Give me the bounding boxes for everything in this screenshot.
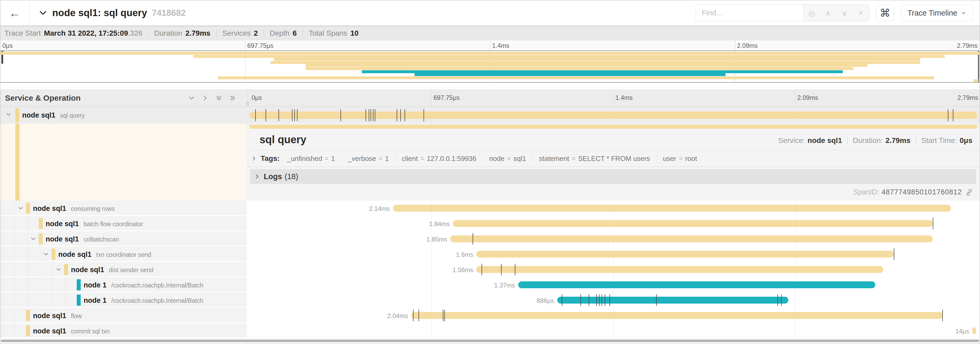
span-tree-item[interactable]: node sql1dist sender send xyxy=(0,262,247,277)
tags-list: _unfinished=1_verbose=1client=127.0.0.1:… xyxy=(287,154,697,163)
row-chevron-down-icon[interactable] xyxy=(18,205,24,211)
trace-start-fraction: .326 xyxy=(128,29,143,37)
tag-equals: = xyxy=(325,155,329,162)
span-bar[interactable] xyxy=(972,327,976,334)
minimap-span-band xyxy=(362,70,843,73)
span-row-timeline[interactable]: 2.14ms xyxy=(247,200,980,216)
log-tick-mark xyxy=(589,294,589,306)
tags-label: Tags: xyxy=(261,154,280,163)
ruler-tick-label: 697.75μs xyxy=(247,42,274,50)
tags-accordion[interactable]: Tags: _unfinished=1_verbose=1client=127.… xyxy=(247,150,980,167)
tag-key: user xyxy=(663,155,676,163)
column-resizer-handle[interactable] xyxy=(247,101,248,106)
log-tick-mark xyxy=(515,264,515,275)
span-row-timeline[interactable]: 1.6ms xyxy=(247,246,980,262)
service-color-accent xyxy=(26,203,30,214)
span-bar[interactable] xyxy=(453,220,933,227)
tag-value: 127.0.0.1:59936 xyxy=(427,155,476,163)
trace-start-value: March 31 2022, 17:25:09.326 xyxy=(44,29,142,37)
log-tick-mark xyxy=(292,109,293,121)
span-tree-item[interactable]: node 1/cockroach.roachpb.Internal/Batch xyxy=(0,293,247,308)
span-row-timeline[interactable]: 1.56ms xyxy=(247,262,980,277)
span-row-timeline[interactable]: 1.37ms xyxy=(247,277,980,293)
detail-span-bar[interactable] xyxy=(250,125,977,129)
span-tree-item[interactable]: node sql1flow xyxy=(0,308,247,323)
tag-item: _verbose=1 xyxy=(348,155,389,163)
tag-item: user=root xyxy=(663,155,697,163)
span-row-timeline[interactable] xyxy=(247,107,980,124)
view-selector-button[interactable]: Trace Timeline xyxy=(901,5,973,21)
span-bar[interactable] xyxy=(393,205,951,212)
span-bar[interactable] xyxy=(476,251,894,258)
row-chevron-down-icon[interactable] xyxy=(30,236,36,242)
span-tree-item[interactable]: node sql1batch flow coordinator xyxy=(0,216,247,231)
span-id-value: 4877749850101760812 xyxy=(881,188,962,196)
find-next-icon[interactable]: ∨ xyxy=(836,5,853,21)
depth-value: 6 xyxy=(293,29,297,37)
find-match-icon[interactable]: ◎ xyxy=(803,5,820,21)
minimap-canvas[interactable] xyxy=(0,50,980,83)
span-row-timeline[interactable]: 2.04ms xyxy=(247,308,980,323)
log-tick-mark xyxy=(404,109,405,121)
collapse-one-icon[interactable] xyxy=(188,94,195,101)
span-tree-item[interactable]: node sql1sql query xyxy=(0,107,247,124)
timeline-gridline xyxy=(795,293,795,308)
span-bar[interactable] xyxy=(250,112,977,119)
timeline-header-row: Service & Operation 0μs697.75μs1.4ms2.09… xyxy=(0,89,980,107)
span-tree-item[interactable]: node sql1consuming rows xyxy=(0,200,247,216)
minimap-span-band xyxy=(274,58,920,61)
span-bar[interactable] xyxy=(557,297,788,304)
span-row-timeline[interactable]: 14μs xyxy=(247,323,980,338)
expand-all-icon[interactable] xyxy=(229,94,236,101)
row-chevron-down-icon[interactable] xyxy=(43,251,49,257)
tag-value: sql1 xyxy=(514,155,526,163)
span-bar[interactable] xyxy=(518,282,875,288)
span-row-timeline[interactable]: 886μs xyxy=(247,293,980,308)
expand-one-icon[interactable] xyxy=(202,94,208,101)
header-divider xyxy=(29,0,30,26)
horizontal-scrollbar[interactable] xyxy=(1,339,979,342)
log-tick-mark xyxy=(953,109,953,121)
trace-info-bar: Trace Start March 31 2022, 17:25:09.326 … xyxy=(0,26,980,40)
operation-name: batch flow coordinator xyxy=(84,221,143,227)
span-tree-item[interactable]: node 1/cockroach.roachpb.Internal/Batch xyxy=(0,277,247,293)
operation-name: dist sender send xyxy=(109,267,153,274)
span-row-timeline[interactable]: 1.85ms xyxy=(247,231,980,246)
minimap-span-band xyxy=(0,52,980,55)
span-detail-left-gutter xyxy=(0,124,247,200)
find-prev-icon[interactable]: ∧ xyxy=(820,5,836,21)
span-bar[interactable] xyxy=(411,312,943,319)
logs-label: Logs xyxy=(264,172,282,181)
tag-key: _unfinished xyxy=(287,155,322,163)
deep-link-icon[interactable] xyxy=(966,189,973,196)
span-row-timeline[interactable]: 1.84ms xyxy=(247,216,980,231)
row-chevron-down-icon[interactable] xyxy=(6,112,11,117)
span-tree-item[interactable]: node sql1commit sql txn xyxy=(0,323,247,338)
back-arrow-icon: ← xyxy=(9,6,21,19)
log-tick-mark xyxy=(596,294,597,306)
log-tick-mark xyxy=(418,310,419,321)
find-input[interactable] xyxy=(696,5,803,21)
row-chevron-down-icon[interactable] xyxy=(56,267,62,272)
header: ← node sql1: sql query 7418682 ◎ ∧ ∨ × ⌘… xyxy=(0,0,980,26)
logs-accordion[interactable]: Logs (18) xyxy=(250,169,976,184)
find-clear-icon[interactable]: × xyxy=(853,5,869,21)
collapse-all-icon[interactable] xyxy=(215,94,222,101)
span-tree-item[interactable]: node sql1colbatchscan xyxy=(0,231,247,246)
trace-collapse-chevron-icon[interactable] xyxy=(38,8,48,18)
tree-guide-line xyxy=(27,246,27,261)
keyboard-shortcuts-button[interactable]: ⌘ xyxy=(876,5,894,21)
tree-guide-line xyxy=(52,293,53,307)
span-tree-item[interactable]: node sql1txn coordinator send xyxy=(0,246,247,262)
minimap-right-scrubber-handle[interactable] xyxy=(978,51,979,82)
detail-span-meta: Service: node sql1 Duration: 2.79ms Star… xyxy=(778,136,972,145)
log-tick-mark xyxy=(278,109,279,121)
span-bar[interactable] xyxy=(450,235,932,242)
service-color-accent xyxy=(26,325,30,336)
back-button[interactable]: ← xyxy=(0,0,29,26)
tree-guide-line xyxy=(14,308,15,322)
view-selector-label: Trace Timeline xyxy=(907,9,957,18)
tree-guide-line xyxy=(27,216,27,230)
span-bar[interactable] xyxy=(476,266,883,273)
ruler-tick-label: 697.75μs xyxy=(434,94,460,101)
